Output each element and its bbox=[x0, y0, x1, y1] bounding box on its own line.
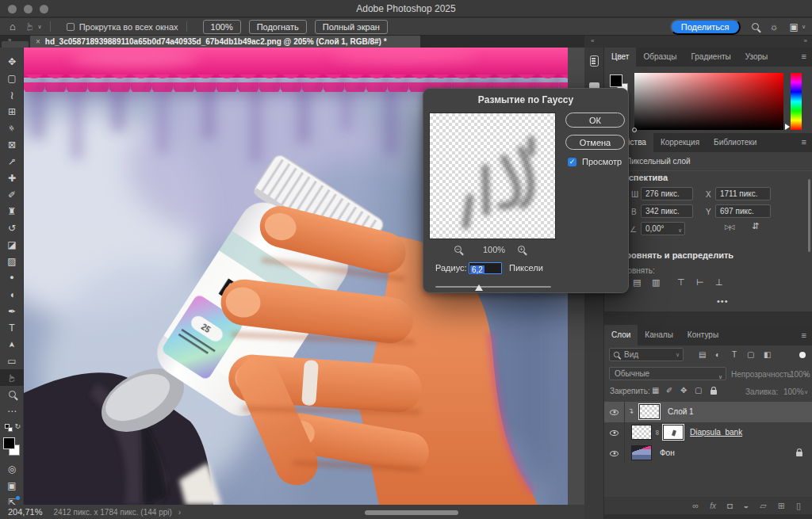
more-options-icon[interactable]: ••• bbox=[717, 296, 729, 306]
tool-spot-healing[interactable]: ✚ bbox=[0, 170, 24, 186]
tool-pen[interactable]: ✒ bbox=[0, 303, 24, 319]
eye-icon[interactable] bbox=[610, 430, 619, 436]
tool-clone-stamp[interactable]: ♜ bbox=[0, 203, 24, 219]
home-icon[interactable]: ⌂ bbox=[10, 21, 16, 32]
lock-artboard-icon[interactable]: ▢ bbox=[695, 386, 702, 395]
tool-object-selection[interactable]: ⊞ bbox=[0, 103, 24, 120]
workspace-icon[interactable]: ▣ bbox=[790, 21, 799, 32]
blur-preview[interactable] bbox=[429, 113, 556, 239]
horizontal-scrollbar[interactable] bbox=[365, 510, 458, 515]
filter-adjustment-icon[interactable]: ◐ bbox=[715, 350, 720, 359]
cancel-button[interactable]: Отмена bbox=[565, 135, 625, 150]
width-field[interactable]: 276 пикс. bbox=[641, 187, 693, 200]
tab-color[interactable]: Цвет bbox=[604, 48, 636, 67]
tool-path-selection[interactable]: ➤ bbox=[0, 336, 24, 353]
ok-button[interactable]: ОК bbox=[565, 113, 625, 128]
align-middle-icon[interactable]: ⊢ bbox=[696, 277, 704, 288]
foreground-color-swatch[interactable] bbox=[610, 74, 622, 87]
tool-type[interactable]: T bbox=[0, 319, 24, 336]
collapse-panels-icon[interactable]: « bbox=[591, 37, 594, 44]
align-center-icon[interactable]: ▥ bbox=[652, 277, 660, 288]
hue-pointer[interactable] bbox=[785, 124, 790, 130]
panel-scrollbar[interactable] bbox=[808, 179, 810, 252]
layer-row-diapsula[interactable]: ∞ Diapsula_bank bbox=[604, 422, 812, 443]
add-mask-icon[interactable]: ◘ bbox=[727, 501, 733, 510]
expand-panels-icon[interactable]: » bbox=[804, 37, 807, 44]
scroll-all-windows-checkbox[interactable] bbox=[67, 23, 75, 31]
panel-menu-icon[interactable]: ≡ bbox=[802, 330, 806, 340]
fit-screen-button[interactable]: Подогнать bbox=[249, 20, 307, 34]
tool-history-brush[interactable]: ↺ bbox=[0, 219, 24, 236]
chevron-down-icon[interactable]: ∨ bbox=[804, 389, 808, 395]
link-layers-icon[interactable]: ∞ bbox=[692, 501, 699, 510]
panel-menu-icon[interactable]: ≡ bbox=[802, 137, 806, 147]
tab-adjustments[interactable]: Коррекция bbox=[653, 133, 707, 152]
fill-value[interactable]: 100% bbox=[783, 387, 804, 396]
layer-thumbnail[interactable] bbox=[639, 404, 660, 419]
tool-move[interactable]: ✥ bbox=[0, 53, 24, 70]
panel-menu-icon[interactable]: ≡ bbox=[802, 52, 806, 61]
eye-icon[interactable] bbox=[610, 410, 619, 415]
mask-link-icon[interactable]: ∞ bbox=[653, 430, 661, 435]
layer-row-layer1[interactable]: ↴ Слой 1 bbox=[604, 402, 812, 422]
swap-colors-control[interactable]: ↻ bbox=[0, 422, 24, 433]
align-left-icon[interactable]: ▤ bbox=[633, 277, 641, 288]
share-button[interactable]: Поделиться bbox=[670, 19, 741, 35]
tab-layers[interactable]: Слои bbox=[604, 325, 638, 345]
status-chevron-icon[interactable]: › bbox=[178, 508, 181, 517]
layer-name[interactable]: Слой 1 bbox=[668, 407, 694, 416]
chevron-down-icon[interactable]: ∨ bbox=[804, 372, 808, 378]
y-field[interactable]: 697 пикс. bbox=[715, 204, 771, 218]
filter-smart-object-icon[interactable]: ◧ bbox=[764, 350, 771, 359]
align-bottom-icon[interactable]: ⊥ bbox=[715, 277, 723, 288]
history-panel-icon[interactable] bbox=[590, 55, 599, 67]
new-group-icon[interactable]: ▱ bbox=[760, 501, 766, 511]
delete-layer-icon[interactable]: ▯ bbox=[796, 501, 801, 511]
flip-vertical-icon[interactable]: ⇵ bbox=[752, 221, 759, 231]
hand-tool-icon[interactable]: ☞ bbox=[25, 22, 35, 32]
tab-swatches[interactable]: Образцы bbox=[636, 48, 684, 67]
lock-image-icon[interactable]: ✐ bbox=[666, 386, 672, 395]
tab-gradients[interactable]: Градиенты bbox=[684, 48, 737, 67]
blend-mode-select[interactable]: Обычные∨ bbox=[609, 367, 726, 380]
tool-dodge[interactable]: ◖ bbox=[0, 286, 24, 303]
tab-patterns[interactable]: Узоры bbox=[738, 48, 776, 67]
filter-type-icon[interactable]: T bbox=[732, 350, 737, 359]
search-icon[interactable] bbox=[752, 21, 759, 32]
layer-style-icon[interactable]: fx bbox=[710, 502, 716, 510]
tool-frame[interactable]: ⊠ bbox=[0, 136, 24, 153]
swap-colors-icon[interactable]: ↻ bbox=[14, 422, 21, 430]
filter-pixel-icon[interactable]: ▤ bbox=[699, 350, 706, 359]
document-tab[interactable]: × hd_3c058718939889110a65b0d74a40935d_67… bbox=[30, 36, 420, 48]
layer-thumbnail[interactable] bbox=[631, 445, 652, 460]
flip-horizontal-icon[interactable]: ▷|◁ bbox=[725, 223, 733, 231]
angle-field[interactable]: 0,00°∨ bbox=[641, 222, 685, 235]
dialog-title[interactable]: Размытие по Гауссу bbox=[423, 94, 628, 105]
tool-eyedropper[interactable]: ⊸ bbox=[0, 153, 24, 170]
tool-zoom[interactable] bbox=[0, 386, 24, 403]
tool-hand[interactable]: ☞ bbox=[0, 369, 24, 386]
adjustment-layer-icon[interactable]: ◒ bbox=[744, 501, 749, 510]
preview-checkbox[interactable]: ✓ bbox=[568, 158, 576, 166]
radius-input[interactable]: 6,2 bbox=[469, 262, 502, 274]
tool-gradient[interactable]: ▨ bbox=[0, 253, 24, 269]
new-layer-icon[interactable]: ⊞ bbox=[778, 501, 785, 511]
layer-thumbnail[interactable] bbox=[631, 425, 652, 440]
zoom-100-button[interactable]: 100% bbox=[203, 20, 241, 34]
tool-brush[interactable]: ✐ bbox=[0, 186, 24, 203]
color-field[interactable] bbox=[634, 73, 783, 130]
lock-all-icon[interactable] bbox=[710, 390, 717, 395]
tool-lasso[interactable]: ≀ bbox=[0, 86, 24, 103]
layer-name[interactable]: Фон bbox=[660, 448, 675, 457]
tab-paths[interactable]: Контуры bbox=[680, 325, 726, 345]
tool-shape[interactable]: ▭ bbox=[0, 353, 24, 369]
tool-blur[interactable]: ● bbox=[0, 269, 24, 286]
filter-shape-icon[interactable]: ▢ bbox=[747, 350, 754, 359]
foreground-color-swatch[interactable] bbox=[3, 437, 15, 449]
tool-quick-mask[interactable]: ◎ bbox=[0, 460, 24, 477]
layer-row-background[interactable]: Фон bbox=[604, 443, 812, 464]
zoom-out-icon[interactable]: − bbox=[454, 246, 462, 253]
layer-filter-search[interactable]: Вид ∨ bbox=[609, 348, 684, 361]
discover-bulb-icon[interactable]: ☼ bbox=[770, 21, 779, 32]
hue-strip[interactable] bbox=[791, 73, 802, 130]
